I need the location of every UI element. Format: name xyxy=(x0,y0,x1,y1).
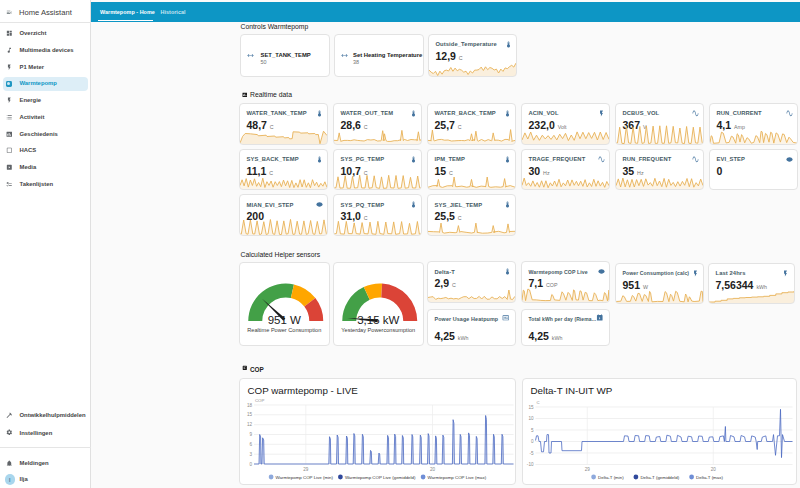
svg-text:Delta-T (min): Delta-T (min) xyxy=(598,474,624,479)
svg-text:-5: -5 xyxy=(529,450,534,455)
svg-text:15: 15 xyxy=(246,412,252,417)
svg-text:6: 6 xyxy=(249,441,252,446)
svg-text:3: 3 xyxy=(249,451,252,456)
svg-text:5: 5 xyxy=(530,427,533,432)
svg-text:15: 15 xyxy=(528,404,534,409)
svg-text:Warmtepomp COP Live (max): Warmtepomp COP Live (max) xyxy=(427,474,486,479)
svg-text:9: 9 xyxy=(249,432,252,437)
svg-text:0: 0 xyxy=(530,439,533,444)
svg-text:12: 12 xyxy=(246,422,252,427)
svg-text:18: 18 xyxy=(246,402,252,407)
svg-text:-10: -10 xyxy=(526,462,533,467)
svg-text:29: 29 xyxy=(303,466,309,471)
svg-text:Delta-T (max): Delta-T (max) xyxy=(696,474,723,479)
svg-text:Warmtepomp COP Live (gemiddeld: Warmtepomp COP Live (gemiddeld) xyxy=(344,474,415,479)
svg-text:C: C xyxy=(536,400,539,405)
svg-text:20: 20 xyxy=(710,467,716,472)
svg-text:Delta-T (gemiddeld): Delta-T (gemiddeld) xyxy=(640,474,679,479)
svg-text:COP: COP xyxy=(255,398,264,403)
svg-text:0: 0 xyxy=(249,461,252,466)
svg-text:29: 29 xyxy=(584,467,590,472)
svg-text:20: 20 xyxy=(429,466,435,471)
svg-text:Warmtepomp COP Live (min): Warmtepomp COP Live (min) xyxy=(275,474,333,479)
svg-text:10: 10 xyxy=(528,416,534,421)
